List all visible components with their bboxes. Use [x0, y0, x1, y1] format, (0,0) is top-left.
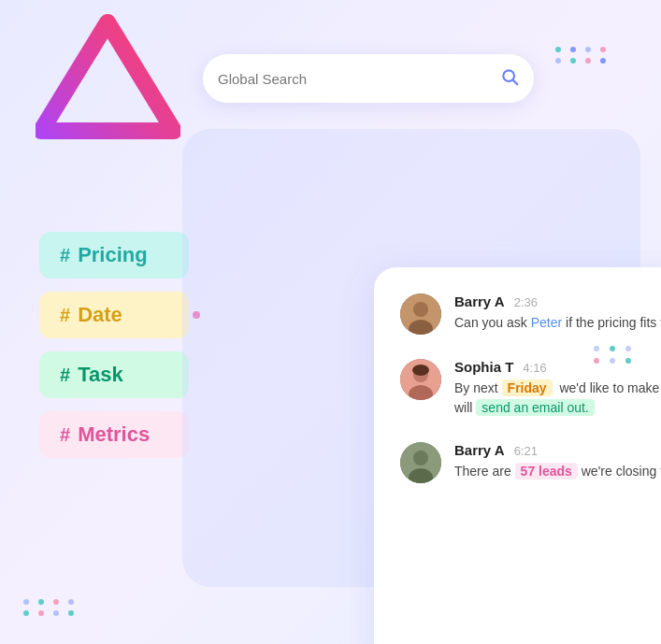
- highlight-leads: 57 leads: [515, 463, 578, 479]
- tag-pricing[interactable]: # Pricing: [39, 232, 189, 279]
- mention-peter: Peter: [531, 315, 562, 330]
- message-sophia-text: By next Friday we'd like to make this de…: [454, 379, 661, 418]
- app-logo: [36, 11, 180, 146]
- time-barry-2: 6:21: [514, 444, 538, 458]
- sender-barry-1: Barry A: [454, 293, 505, 309]
- message-barry-2-header: Barry A 6:21: [454, 442, 661, 458]
- message-barry-2-text: There are 57 leads we're closing this qu…: [454, 462, 661, 481]
- svg-point-3: [413, 302, 428, 317]
- avatar-barry-2: [400, 442, 441, 483]
- search-bar[interactable]: [203, 54, 534, 103]
- tag-task-label: Task: [78, 363, 123, 387]
- tag-date[interactable]: # Date: [39, 292, 189, 338]
- search-icon: [500, 67, 519, 91]
- hash-icon: #: [60, 245, 70, 266]
- avatar-barry-1: [400, 293, 441, 335]
- message-1-header: Barry A 2:36: [454, 293, 661, 309]
- decorative-dots-top-right: [555, 47, 610, 64]
- sender-sophia: Sophia T: [454, 359, 513, 375]
- hash-icon: #: [60, 305, 70, 326]
- hash-icon: #: [60, 424, 70, 446]
- decorative-dots-right-mid: [594, 346, 635, 364]
- hash-icon: #: [60, 365, 70, 386]
- message-barry-1: Barry A 2:36 Can you ask Peter if the pr…: [400, 293, 661, 335]
- time-barry-1: 2:36: [514, 295, 538, 309]
- tags-panel: # Pricing # Date # Task # Metrics: [39, 232, 189, 458]
- svg-line-1: [513, 79, 518, 84]
- tag-metrics-label: Metrics: [78, 422, 150, 447]
- tag-pricing-label: Pricing: [78, 243, 148, 267]
- avatar-sophia: [400, 359, 441, 400]
- highlight-friday: Friday: [502, 379, 553, 396]
- tag-date-label: Date: [78, 303, 122, 327]
- search-input[interactable]: [218, 71, 500, 87]
- message-sophia-content: Sophia T 4:16 By next Friday we'd like t…: [454, 359, 661, 418]
- sender-barry-2: Barry A: [454, 442, 505, 458]
- scene: # Pricing # Date # Task # Metrics: [0, 0, 661, 644]
- message-barry-2: Barry A 6:21 There are 57 leads we're cl…: [400, 442, 661, 483]
- message-sophia: Sophia T 4:16 By next Friday we'd like t…: [400, 359, 661, 418]
- message-1-text: Can you ask Peter if the pricing fits th…: [454, 313, 661, 333]
- tag-task[interactable]: # Task: [39, 351, 189, 398]
- chat-panel: Barry A 2:36 Can you ask Peter if the pr…: [374, 267, 661, 644]
- chat-outer: Barry A 2:36 Can you ask Peter if the pr…: [182, 129, 640, 587]
- message-1-content: Barry A 2:36 Can you ask Peter if the pr…: [454, 293, 661, 335]
- highlight-email: send an email out.: [476, 399, 594, 416]
- decorative-dots-bottom-left: [23, 599, 78, 616]
- svg-point-10: [413, 451, 428, 465]
- tag-metrics[interactable]: # Metrics: [39, 411, 189, 458]
- svg-point-8: [412, 365, 429, 376]
- time-sophia: 4:16: [523, 361, 546, 375]
- message-barry-2-content: Barry A 6:21 There are 57 leads we're cl…: [454, 442, 661, 483]
